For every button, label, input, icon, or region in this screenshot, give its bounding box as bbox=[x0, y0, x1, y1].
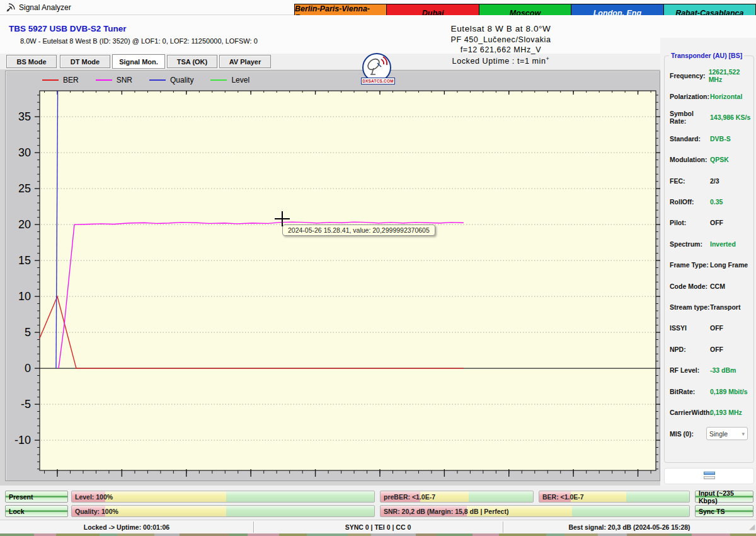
chevron-down-icon: ▾ bbox=[742, 431, 745, 437]
status-sync-counts: SYNC 0 | TEI 0 | CC 0 bbox=[253, 520, 503, 534]
status-best-signal: Best signal: 20,3 dB (2024-05-26 15:28) bbox=[503, 520, 756, 534]
snr-bar: SNR: 20,2 dB (Margin: 15,8 dB | Perfect) bbox=[380, 505, 690, 517]
present-indicator: Present bbox=[5, 491, 68, 503]
transponder-row: Frequency:12621,522 MHz bbox=[665, 65, 753, 86]
transponder-row: FEC:2/3 bbox=[665, 170, 753, 191]
signal-analyzer-window: Signal Analyzer Berlin-Paris-Vienna-Roma… bbox=[0, 0, 756, 536]
site-title: PF 450_Lučenec/Slovakia bbox=[353, 35, 649, 44]
signal-status-area: Present Level: 100% preBER: <1.0E-7 BER:… bbox=[0, 486, 756, 520]
input-indicator: Input (~235 Kbps) bbox=[695, 491, 753, 503]
transponder-row: Symbol Rate:143,986 KS/s bbox=[665, 107, 753, 128]
tab-bs-mode[interactable]: BS Mode bbox=[6, 55, 57, 68]
signal-chart[interactable]: 35302520151050-5-10 bbox=[6, 86, 661, 484]
transponder-row: Modulation:QPSK bbox=[665, 149, 753, 170]
legend-item-quality: Quality bbox=[149, 76, 193, 84]
svg-text:10: 10 bbox=[18, 290, 31, 303]
transponder-row: NPD:OFF bbox=[665, 339, 753, 359]
ts-data-button[interactable] bbox=[664, 468, 754, 484]
svg-text:-5: -5 bbox=[21, 398, 31, 411]
frequency-title: f=12 621,662 MHz_V bbox=[353, 45, 649, 54]
quality-bar: Quality: 100% bbox=[71, 505, 375, 517]
svg-text:20: 20 bbox=[18, 218, 31, 231]
svg-text:35: 35 bbox=[18, 110, 31, 123]
ber-bar: BER: <1.0E-7 bbox=[539, 491, 690, 503]
status-bar: Locked -> Uptime: 00:01:06 SYNC 0 | TEI … bbox=[0, 520, 756, 533]
tab-tsa[interactable]: TSA (OK) bbox=[167, 55, 217, 68]
transponder-title: Transponder (AU) [BS] bbox=[669, 52, 744, 59]
transponder-row: RF Level:-33 dBm bbox=[665, 359, 753, 380]
transponder-groupbox: Transponder (AU) [BS] Frequency:12621,52… bbox=[664, 55, 754, 463]
satellite-header: Eutelsat 8 W B at 8.0°W PF 450_Lučenec/S… bbox=[353, 24, 649, 67]
transponder-row: Pilot:OFF bbox=[665, 213, 753, 233]
tab-signal-mon[interactable]: Signal Mon. bbox=[112, 54, 165, 69]
svg-text:25: 25 bbox=[18, 182, 31, 195]
legend-item-level: Level bbox=[210, 76, 249, 84]
status-uptime: Locked -> Uptime: 00:01:06 bbox=[0, 520, 253, 534]
resize-grip[interactable]: ◢ bbox=[750, 523, 755, 531]
legend-item-ber: BER bbox=[42, 76, 79, 84]
legend-item-snr: SNR bbox=[96, 76, 132, 84]
tab-av-player[interactable]: AV Player bbox=[219, 55, 271, 68]
screenshot-edge-strip bbox=[0, 533, 756, 536]
transponder-row: ISSYIOFF bbox=[665, 318, 753, 339]
sync-ts-indicator: Sync TS bbox=[695, 505, 753, 517]
mis-row: MIS (0): Single ▾ bbox=[665, 427, 753, 440]
transponder-row: Code Mode:CCM bbox=[665, 276, 753, 296]
level-bar: Level: 100% bbox=[71, 491, 375, 503]
mis-dropdown[interactable]: Single ▾ bbox=[706, 427, 748, 440]
crosshair-cursor bbox=[275, 211, 290, 226]
svg-text:0: 0 bbox=[25, 362, 31, 375]
svg-text:30: 30 bbox=[18, 146, 31, 159]
transponder-row: Polarization:Horizontal bbox=[665, 86, 753, 107]
svg-text:-10: -10 bbox=[14, 434, 31, 446]
satellite-title: Eutelsat 8 W B at 8.0°W bbox=[353, 24, 649, 33]
svg-text:15: 15 bbox=[18, 254, 31, 267]
window-title: Signal Analyzer bbox=[19, 3, 71, 12]
server-list-icon bbox=[704, 472, 715, 481]
transponder-row: Stream type:Transport bbox=[665, 296, 753, 317]
chart-tooltip: 2024-05-26 15.28.41, value: 20,299999237… bbox=[282, 224, 435, 236]
svg-text:5: 5 bbox=[25, 326, 31, 339]
transponder-row: RollOff:0.35 bbox=[665, 191, 753, 212]
tuner-details: 8.0W - Eutelsat 8 West B (ID: 3520) @ LO… bbox=[20, 37, 258, 45]
lock-indicator: Lock bbox=[5, 505, 68, 517]
chart-legend: BER SNR Quality Level bbox=[42, 76, 266, 84]
tab-dt-mode[interactable]: DT Mode bbox=[60, 55, 110, 68]
transponder-row: Standard:DVB-S bbox=[665, 128, 753, 149]
uptime-title: Locked Uptime : t=1 min+ bbox=[353, 55, 649, 66]
dxsatcs-logo: DXSATCS.COM bbox=[361, 53, 395, 86]
transponder-row: Frame Type:Long Frame bbox=[665, 255, 753, 276]
tuner-name: TBS 5927 USB DVB-S2 Tuner bbox=[9, 24, 127, 33]
transponder-row: CarrierWidth:0,193 MHz bbox=[665, 402, 753, 422]
mis-label: MIS (0): bbox=[670, 430, 706, 438]
transponder-row: Spectrum:Inverted bbox=[665, 233, 753, 254]
signal-chart-panel: BER SNR Quality Level 35302520151050-5-1… bbox=[5, 71, 660, 481]
transponder-sidebar: Transponder (AU) [BS] Frequency:12621,52… bbox=[660, 38, 756, 489]
logo-text: DXSATCS.COM bbox=[361, 78, 395, 84]
satellite-dish-icon bbox=[6, 3, 16, 13]
preber-bar: preBER: <1.0E-7 bbox=[380, 491, 534, 503]
transponder-row: BitRate:0,189 Mbit/s bbox=[665, 381, 753, 402]
